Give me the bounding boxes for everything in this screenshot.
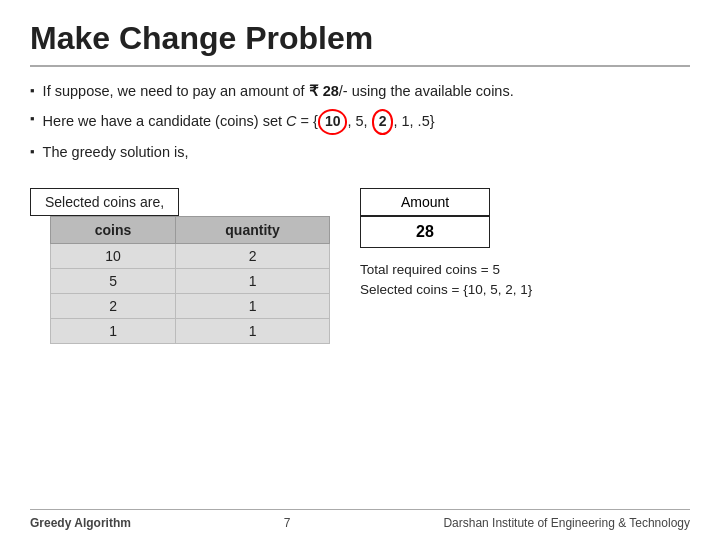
coin-value: 2 (51, 293, 176, 318)
footer: Greedy Algorithm 7 Darshan Institute of … (30, 509, 690, 530)
footer-center: 7 (284, 516, 291, 530)
table-row: 1 1 (51, 318, 330, 343)
bullet-1: If suppose, we need to pay an amount of … (30, 81, 690, 102)
qty-value: 1 (176, 318, 330, 343)
bullet-3: The greedy solution is, (30, 142, 690, 163)
info-text: Total required coins = 5 Selected coins … (360, 262, 690, 302)
col-header-quantity: quantity (176, 216, 330, 243)
bullet-2: Here we have a candidate (coins) set C =… (30, 109, 690, 135)
amount-label: Amount (360, 188, 490, 216)
table-row: 5 1 (51, 268, 330, 293)
col-header-coins: coins (51, 216, 176, 243)
qty-value: 1 (176, 293, 330, 318)
bullet-3-text: The greedy solution is, (43, 142, 189, 163)
bullet-list: If suppose, we need to pay an amount of … (30, 81, 690, 170)
main-content: Selected coins are, coins quantity 10 2 … (30, 188, 690, 509)
coins-table: coins quantity 10 2 5 1 2 1 (50, 216, 330, 344)
table-row: 10 2 (51, 243, 330, 268)
bullet-1-text: If suppose, we need to pay an amount of … (43, 81, 514, 102)
slide: Make Change Problem If suppose, we need … (0, 0, 720, 540)
left-area: Selected coins are, coins quantity 10 2 … (30, 188, 330, 509)
coin-value: 10 (51, 243, 176, 268)
coin-value: 1 (51, 318, 176, 343)
footer-left: Greedy Algorithm (30, 516, 131, 530)
coin-value: 5 (51, 268, 176, 293)
total-coins-text: Total required coins = 5 (360, 262, 690, 277)
selected-coins-header: Selected coins are, (30, 188, 179, 216)
qty-value: 2 (176, 243, 330, 268)
footer-right: Darshan Institute of Engineering & Techn… (443, 516, 690, 530)
page-title: Make Change Problem (30, 20, 690, 67)
bullet-2-text: Here we have a candidate (coins) set C =… (43, 109, 435, 135)
selected-coins-text: Selected coins = {10, 5, 2, 1} (360, 282, 690, 297)
right-area: Amount 28 Total required coins = 5 Selec… (330, 188, 690, 509)
table-row: 2 1 (51, 293, 330, 318)
amount-value: 28 (360, 216, 490, 248)
qty-value: 1 (176, 268, 330, 293)
